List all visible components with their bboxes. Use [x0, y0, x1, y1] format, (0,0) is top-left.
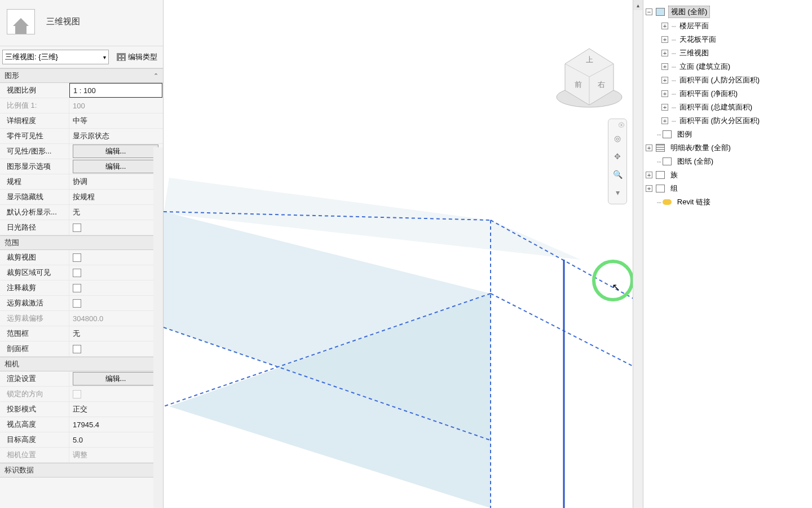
tree-expand-icon[interactable]: + [661, 77, 668, 84]
section-graphics[interactable]: 图形 ⌃ [0, 68, 163, 83]
view-type-icon[interactable] [7, 9, 35, 34]
scroll-up-icon[interactable]: ▴ [633, 0, 643, 10]
section-extents-label: 范围 [5, 238, 19, 248]
canvas-3d-view[interactable]: ↖ 上 前 右 ⓧ ◎ ✥ 🔍 ▾ ▴ [164, 0, 643, 508]
property-value [69, 387, 163, 401]
property-value[interactable]: 按规程 [69, 190, 163, 204]
tree-expand-icon[interactable]: + [661, 23, 668, 29]
tree-expand-icon[interactable]: + [661, 63, 668, 70]
tree-view-item[interactable]: +⋯面积平面 (人防分区面积) [657, 73, 810, 87]
viewcube[interactable]: 上 前 右 [553, 38, 626, 112]
property-value: 编辑... [69, 371, 163, 386]
tree-expand-icon[interactable]: + [661, 50, 668, 56]
checkbox[interactable] [73, 299, 81, 308]
tree-expand-icon[interactable]: + [661, 90, 668, 97]
section-extents[interactable]: 范围 ⌃ [0, 235, 163, 250]
tree-view-item[interactable]: +⋯面积平面 (净面积) [657, 87, 810, 100]
tree-expand-icon[interactable]: + [646, 144, 652, 151]
tree-expand-icon[interactable]: + [646, 172, 652, 178]
group-icon [656, 185, 665, 192]
edit-type-label: 编辑类型 [128, 52, 157, 62]
property-row: 远剪裁偏移304800.0 [0, 311, 163, 326]
tree-expand-icon[interactable]: + [661, 117, 668, 124]
property-row: 视点高度17945.4 [0, 417, 163, 432]
checkbox[interactable] [73, 269, 81, 277]
tree-groups[interactable]: + 组 [646, 182, 810, 195]
property-value[interactable]: 5.0 [69, 432, 163, 447]
tree-expand-icon[interactable]: + [661, 104, 668, 111]
schedule-icon [656, 144, 665, 152]
property-value[interactable]: 17945.4 [69, 417, 163, 432]
property-row: 范围框无 [0, 326, 163, 341]
tree-expand-icon[interactable]: + [661, 36, 668, 43]
tree-sheets[interactable]: ⋯ 图纸 (全部) [646, 155, 810, 168]
property-value[interactable]: 无 [69, 326, 163, 341]
property-label: 默认分析显示... [0, 207, 69, 217]
property-value: 100 [69, 98, 163, 113]
tree-connector: ⋯ [672, 36, 675, 44]
tree-view-item[interactable]: +⋯楼层平面 [657, 19, 810, 33]
edit-type-button[interactable]: 编辑类型 [113, 51, 161, 63]
edit-button[interactable]: 编辑... [73, 160, 158, 173]
properties-scrollbar[interactable] [153, 147, 163, 508]
tree-collapse-icon[interactable]: − [646, 8, 652, 15]
tree-view-item[interactable]: +⋯三维视图 [657, 46, 810, 60]
checkbox[interactable] [73, 224, 81, 232]
tree-legends-label: 图例 [675, 129, 694, 140]
property-label: 锁定的方向 [0, 389, 69, 399]
zoom-icon[interactable]: 🔍 [608, 165, 626, 183]
checkbox[interactable] [73, 345, 81, 353]
tree-connector: ⋯ [672, 90, 675, 98]
viewcube-top: 上 [586, 55, 593, 64]
type-selector[interactable]: 三维视图: {三维} ▾ [2, 50, 109, 64]
property-row: 渲染设置编辑... [0, 371, 163, 387]
nav-more-icon[interactable]: ▾ [608, 183, 626, 202]
edit-button[interactable]: 编辑... [73, 144, 158, 158]
property-value [69, 250, 163, 265]
canvas-scrollbar[interactable]: ▴ [633, 0, 643, 508]
navbar-close-icon[interactable]: ⓧ [608, 121, 626, 129]
tree-view-item[interactable]: +⋯天花板平面 [657, 33, 810, 46]
property-value[interactable]: 中等 [69, 113, 163, 128]
property-value: 编辑... [69, 144, 163, 159]
tree-families[interactable]: + 族 [646, 168, 810, 182]
legend-icon [663, 130, 672, 138]
property-row: 零件可见性显示原状态 [0, 129, 163, 144]
pan-icon[interactable]: ✥ [608, 147, 626, 165]
section-identity[interactable]: 标识数据 ⌃ [0, 463, 163, 478]
tree-expand-icon[interactable]: + [646, 185, 652, 192]
property-row: 显示隐藏线按规程 [0, 190, 163, 205]
tree-schedules-label: 明细表/数量 (全部) [668, 142, 733, 154]
tree-links[interactable]: ⋯ Revit 链接 [646, 195, 810, 209]
tree-leaf-icon: ⋯ [657, 198, 660, 207]
project-browser: − 视图 (全部) +⋯楼层平面+⋯天花板平面+⋯三维视图+⋯立面 (建筑立面)… [643, 0, 812, 508]
property-value[interactable]: 显示原状态 [69, 129, 163, 143]
property-value[interactable]: 正交 [69, 402, 163, 417]
property-row: 相机位置调整 [0, 448, 163, 463]
checkbox[interactable] [73, 284, 81, 292]
property-label: 相机位置 [0, 450, 69, 460]
navigation-bar: ⓧ ◎ ✥ 🔍 ▾ [608, 119, 627, 204]
tree-schedules[interactable]: + 明细表/数量 (全部) [646, 141, 810, 155]
property-value[interactable]: 1 : 100 [69, 83, 162, 98]
tree-view-label: 立面 (建筑立面) [677, 61, 732, 72]
property-label: 规程 [0, 177, 69, 187]
property-value[interactable]: 无 [69, 205, 163, 220]
property-label: 零件可见性 [0, 131, 69, 141]
section-camera[interactable]: 相机 ⌃ [0, 357, 163, 371]
steering-wheel-icon[interactable]: ◎ [608, 129, 626, 147]
property-value[interactable]: 协调 [69, 174, 163, 189]
property-row: 裁剪视图 [0, 250, 163, 265]
tree-root-views[interactable]: − 视图 (全部) [646, 5, 810, 19]
tree-families-label: 族 [668, 169, 680, 181]
tree-legends[interactable]: ⋯ 图例 [646, 128, 810, 141]
tree-view-item[interactable]: +⋯面积平面 (总建筑面积) [657, 100, 810, 114]
viewcube-right: 右 [598, 80, 605, 89]
checkbox[interactable] [73, 253, 81, 262]
link-icon [663, 199, 672, 205]
tree-view-item[interactable]: +⋯面积平面 (防火分区面积) [657, 114, 810, 128]
cursor-highlight-ring [592, 260, 634, 301]
tree-view-label: 面积平面 (人防分区面积) [677, 75, 762, 86]
tree-view-item[interactable]: +⋯立面 (建筑立面) [657, 60, 810, 73]
edit-button[interactable]: 编辑... [73, 372, 158, 386]
